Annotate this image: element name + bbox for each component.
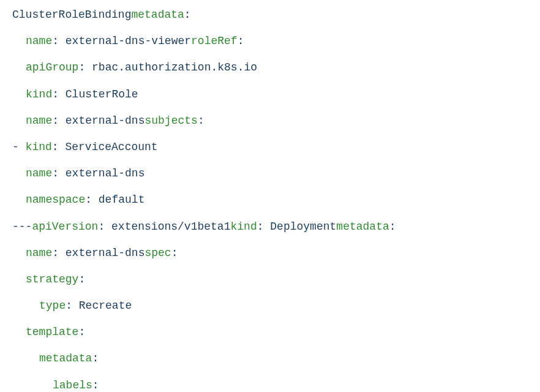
code-line-7: namespace: default [12, 192, 528, 208]
code-block: ClusterRoleBindingmetadata:name: externa… [12, 7, 528, 392]
code-segment: : default [85, 194, 144, 206]
code-segment: subjects [144, 115, 197, 127]
code-segment: name [26, 35, 52, 47]
code-segment: name [26, 115, 52, 127]
code-segment: ClusterRoleBinding [12, 9, 131, 21]
code-line-5: - kind: ServiceAccount [12, 140, 528, 155]
code-segment: : [92, 352, 99, 364]
code-segment: : [78, 273, 85, 285]
code-segment: : Recreate [66, 300, 132, 312]
code-segment: type [39, 300, 66, 312]
code-line-14: labels: [12, 378, 528, 392]
code-segment: : [389, 221, 396, 233]
code-segment: metadata [336, 221, 389, 233]
code-segment: : external-dns [52, 167, 144, 179]
code-segment: labels [53, 379, 92, 391]
code-segment: kind [230, 221, 257, 233]
code-segment: : [238, 35, 244, 47]
code-line-12: template: [12, 325, 528, 340]
code-segment: apiVersion [32, 221, 98, 233]
code-line-2: apiGroup: rbac.authorization.k8s.io [12, 60, 528, 75]
code-segment: : ServiceAccount [52, 141, 158, 153]
code-segment: : Deployment [257, 221, 337, 233]
code-segment: metadata [131, 9, 184, 21]
code-line-4: name: external-dnssubjects: [12, 113, 528, 129]
code-segment: name [26, 167, 52, 179]
code-segment: : [184, 9, 191, 21]
code-segment: : external-dns [52, 115, 144, 127]
code-segment: : external-dns [52, 247, 144, 259]
code-segment: namespace [26, 194, 85, 206]
code-line-1: name: external-dns-viewerroleRef: [12, 34, 528, 49]
code-line-6: name: external-dns [12, 166, 528, 181]
code-segment: : [78, 326, 85, 338]
code-segment: roleRef [191, 35, 238, 47]
code-segment: - [12, 141, 26, 153]
code-segment: template [26, 326, 78, 338]
code-segment: : [171, 247, 178, 259]
code-line-3: kind: ClusterRole [12, 87, 528, 102]
code-line-9: name: external-dnsspec: [12, 246, 528, 261]
code-segment: apiGroup [26, 61, 78, 74]
code-segment: : external-dns-viewer [52, 35, 191, 47]
code-segment: : [198, 115, 204, 127]
code-line-13: metadata: [12, 351, 528, 366]
code-segment: spec [144, 247, 171, 259]
code-segment: metadata [39, 352, 92, 364]
code-line-0: ClusterRoleBindingmetadata: [12, 7, 528, 23]
code-segment: kind [26, 88, 52, 100]
code-segment: --- [12, 221, 32, 233]
code-segment: : ClusterRole [52, 88, 138, 100]
code-segment: kind [26, 141, 52, 153]
code-segment: : rbac.authorization.k8s.io [78, 61, 257, 74]
code-line-8: ---apiVersion: extensions/v1beta1kind: D… [12, 219, 528, 235]
code-segment: strategy [26, 273, 78, 285]
code-line-10: strategy: [12, 272, 528, 287]
code-segment: : extensions/v1beta1 [98, 221, 230, 233]
code-segment: name [26, 247, 52, 259]
code-line-11: type: Recreate [12, 298, 528, 314]
code-segment: : [92, 379, 99, 391]
